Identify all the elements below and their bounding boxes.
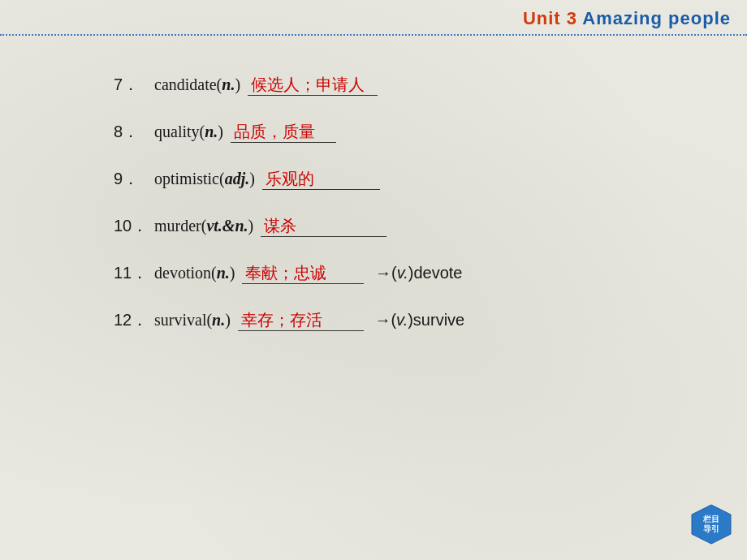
blank-answer: 品质，质量 [231, 120, 318, 144]
blank-answer: 谋杀 [261, 214, 300, 239]
item-number: 10． [114, 214, 154, 237]
item-blank: 幸存；存活 [238, 308, 364, 333]
list-item: 10． murder(vt.&n.) 谋杀 [114, 214, 682, 239]
list-item: 7． candidate(n.) 候选人；申请人 [114, 73, 682, 97]
nav-line1: 栏目 [703, 515, 719, 523]
item-word: candidate(n.) [154, 73, 244, 96]
blank-answer: 乐观的 [262, 167, 317, 192]
item-word: quality(n.) [154, 120, 227, 143]
main-content: 7． candidate(n.) 候选人；申请人 8． quality(n.) … [0, 49, 747, 560]
list-item: 8． quality(n.) 品质，质量 [114, 120, 682, 144]
list-item: 9． optimistic(adj.) 乐观的 [114, 167, 682, 192]
item-blank: 奉献；忠诚 [242, 261, 364, 286]
item-blank: 候选人；申请人 [248, 73, 378, 97]
item-word: murder(vt.&n.) [154, 214, 257, 237]
item-word: survival(n.) [154, 308, 235, 331]
header: Unit 3 Amazing people [0, 0, 747, 36]
item-blank: 品质，质量 [231, 120, 336, 144]
item-word: devotion(n.) [154, 261, 239, 284]
nav-button[interactable]: 栏目 导引 [690, 503, 732, 545]
list-item: 11． devotion(n.) 奉献；忠诚 →(v.)devote [114, 261, 682, 286]
nav-line2: 导引 [703, 524, 719, 533]
item-arrow: →(v.)survive [370, 308, 464, 331]
item-arrow: →(v.)devote [370, 261, 462, 284]
item-word: optimistic(adj.) [154, 167, 259, 190]
item-number: 8． [114, 120, 154, 143]
header-subtitle: Amazing people [577, 8, 731, 28]
list-item: 12． survival(n.) 幸存；存活 →(v.)survive [114, 308, 682, 333]
vocabulary-list: 7． candidate(n.) 候选人；申请人 8． quality(n.) … [114, 73, 682, 333]
nav-label: 栏目 导引 [703, 515, 719, 534]
item-number: 11． [114, 261, 154, 284]
blank-answer: 幸存；存活 [238, 308, 326, 333]
unit-number: Unit 3 [523, 8, 577, 28]
item-blank: 乐观的 [262, 167, 380, 192]
header-title: Unit 3 Amazing people [523, 8, 731, 29]
blank-answer: 候选人；申请人 [248, 73, 368, 97]
item-blank: 谋杀 [261, 214, 386, 239]
item-number: 9． [114, 167, 154, 190]
item-number: 7． [114, 73, 154, 96]
item-number: 12． [114, 308, 154, 331]
blank-answer: 奉献；忠诚 [242, 261, 330, 286]
hexagon-shape[interactable]: 栏目 导引 [690, 503, 732, 545]
